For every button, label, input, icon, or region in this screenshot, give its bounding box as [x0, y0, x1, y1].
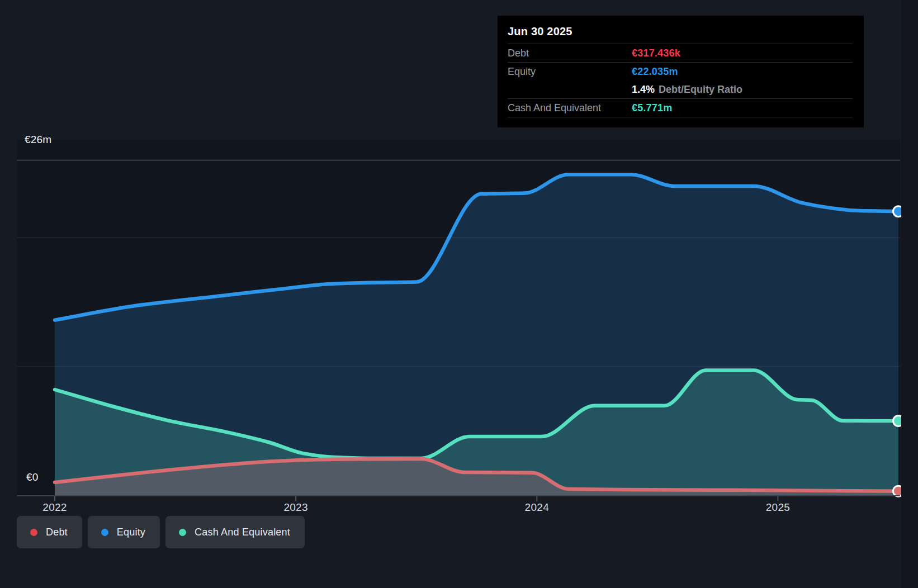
- y-axis-zero-label: €0: [26, 471, 39, 483]
- legend-label-debt: Debt: [46, 527, 68, 538]
- tooltip: Jun 30 2025 Debt €317.436k Equity €22.03…: [498, 16, 864, 127]
- tooltip-debt-label: Debt: [508, 48, 632, 59]
- tooltip-ratio: 1.4%Debt/Equity Ratio: [632, 84, 742, 96]
- x-axis-label-2024: 2024: [525, 501, 549, 514]
- equity-series-dot-icon: [101, 529, 108, 536]
- legend-label-equity: Equity: [117, 527, 145, 538]
- x-axis-label-2023: 2023: [283, 501, 307, 514]
- tooltip-ratio-percent: 1.4%: [632, 84, 655, 95]
- tooltip-ratio-label: Debt/Equity Ratio: [659, 84, 742, 95]
- tooltip-row-ratio: 1.4%Debt/Equity Ratio: [508, 80, 853, 99]
- legend-item-cash[interactable]: Cash And Equivalent: [165, 516, 305, 548]
- tooltip-row-equity: Equity €22.035m: [508, 63, 853, 80]
- balance-sheet-chart: €26m €0 2022202320242025 Jun 30 2025 Deb…: [0, 0, 918, 588]
- plot-right-margin: [901, 0, 918, 588]
- tooltip-cash-value: €5.771m: [632, 102, 672, 114]
- tooltip-equity-label: Equity: [508, 66, 632, 78]
- x-axis-label-2022: 2022: [42, 501, 67, 514]
- tooltip-equity-value: €22.035m: [632, 66, 678, 78]
- legend: DebtEquityCash And Equivalent: [17, 516, 305, 548]
- tooltip-debt-value: €317.436k: [632, 48, 680, 59]
- debt-series-dot-icon: [30, 529, 37, 536]
- tooltip-row-debt: Debt €317.436k: [508, 44, 853, 63]
- legend-item-equity[interactable]: Equity: [88, 516, 160, 548]
- cash-series-dot-icon: [179, 529, 186, 536]
- y-axis-max-label: €26m: [25, 134, 51, 146]
- tooltip-date: Jun 30 2025: [508, 21, 853, 44]
- legend-item-debt[interactable]: Debt: [17, 516, 82, 548]
- tooltip-row-cash: Cash And Equivalent €5.771m: [508, 99, 853, 117]
- x-axis-label-2025: 2025: [766, 501, 790, 514]
- tooltip-cash-label: Cash And Equivalent: [508, 102, 632, 114]
- legend-label-cash: Cash And Equivalent: [195, 527, 290, 538]
